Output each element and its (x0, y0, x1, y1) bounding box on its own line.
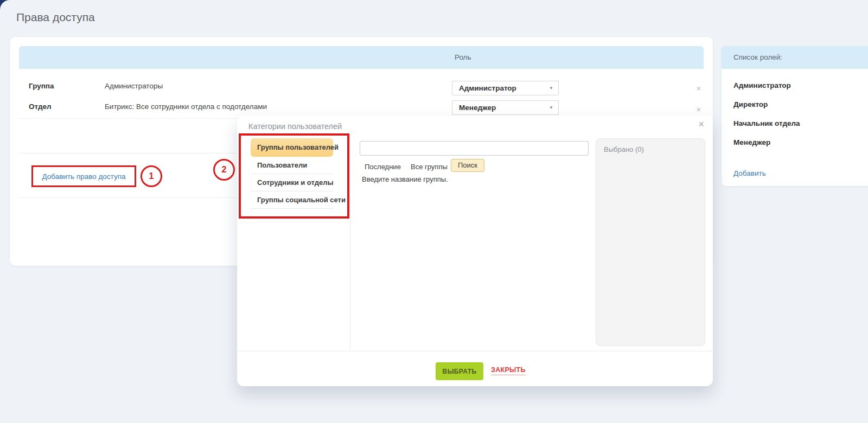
row-name-value: Администраторы (105, 82, 163, 90)
select-button[interactable]: ВЫБРАТЬ (436, 362, 483, 380)
close-icon[interactable]: × (698, 119, 704, 130)
modal-divider (350, 135, 350, 351)
tab-all-groups[interactable]: Все группы (411, 161, 448, 173)
role-select-value: Менеджер (459, 101, 496, 114)
role-item[interactable]: Администратор (722, 76, 868, 95)
role-item[interactable]: Директор (722, 95, 868, 114)
add-access-right-link[interactable]: Добавить право доступа (42, 172, 125, 181)
remove-row-icon[interactable]: × (694, 84, 703, 93)
chevron-down-icon: ▼ (549, 101, 553, 114)
selected-items-panel: Выбрано (0) (596, 138, 705, 346)
page-background: Права доступа Роль Группа Администраторы… (0, 0, 868, 423)
row-type-label: Группа (29, 82, 54, 90)
add-role-link[interactable]: Добавить (733, 169, 766, 177)
access-table-header: Роль (19, 46, 704, 69)
annotation-step-2: 2 (213, 159, 235, 181)
role-column-header: Роль (455, 46, 471, 69)
role-item[interactable]: Менеджер (722, 133, 868, 152)
page-title: Права доступа (16, 11, 95, 24)
chevron-down-icon: ▼ (549, 81, 553, 95)
role-select-value: Администратор (459, 81, 516, 95)
search-hint-text: Введите название группы. (362, 175, 448, 183)
roles-panel-title: Список ролей: (733, 46, 782, 69)
row-type-label: Отдел (29, 102, 52, 111)
remove-row-icon[interactable]: × (694, 105, 703, 114)
role-select[interactable]: Менеджер ▼ (452, 100, 559, 115)
role-item[interactable]: Начальник отдела (722, 114, 868, 133)
close-button[interactable]: ЗАКРЫТЬ (491, 366, 526, 375)
selected-count-label: Выбрано (0) (604, 145, 644, 153)
roles-panel-header: Список ролей: (722, 46, 868, 69)
table-row: Группа Администраторы Администратор ▼ (19, 69, 704, 97)
tab-search-active[interactable]: Поиск (451, 159, 484, 172)
tab-recent[interactable]: Последние (365, 161, 401, 173)
roles-list-panel: Список ролей: Администратор Директор Нач… (722, 46, 868, 186)
roles-list: Администратор Директор Начальник отдела … (722, 69, 868, 152)
modal-footer-divider (237, 351, 713, 351)
group-search-input[interactable] (360, 141, 589, 156)
modal-title: Категории пользователей (248, 122, 342, 131)
annotation-box-1: Добавить право доступа (31, 165, 136, 187)
row-name-value: Битрикс: Все сотрудники отдела с подотде… (105, 102, 267, 111)
role-select[interactable]: Администратор ▼ (452, 81, 559, 95)
annotation-box-2 (239, 133, 349, 219)
annotation-step-1: 1 (141, 165, 162, 187)
